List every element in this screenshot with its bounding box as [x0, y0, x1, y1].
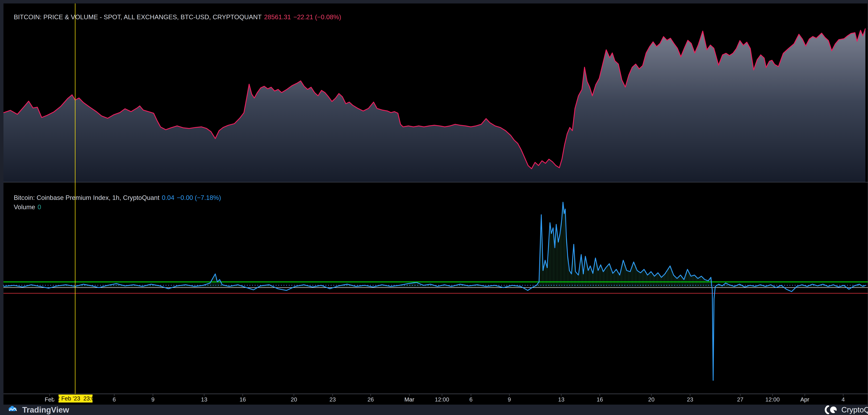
time-axis-tick-label: 16: [597, 396, 603, 403]
volume-label: Volume: [14, 204, 35, 211]
volume-histogram: [3, 202, 865, 288]
tradingview-chart-window: BITCOIN: PRICE & VOLUME - SPOT, ALL EXCH…: [0, 0, 868, 415]
last-price-value: 28561.31: [264, 13, 291, 21]
tradingview-wordmark: TradingView: [22, 405, 69, 414]
time-axis-tick-label: 13: [201, 396, 208, 403]
time-axis-tick-label: Apr: [800, 396, 809, 403]
time-axis-tick-label: 9: [508, 396, 511, 403]
time-axis-tick-label: 27: [737, 396, 744, 403]
cryptoquant-brand-link[interactable]: CryptoQuant: [824, 406, 868, 414]
time-axis-tick-label: 26: [368, 396, 374, 403]
tradingview-logo-icon: [7, 406, 20, 414]
time-axis-tick-label: 9: [151, 396, 155, 403]
price-area-fill: [3, 29, 865, 182]
cryptoquant-wordmark: CryptoQuant: [841, 406, 868, 414]
time-axis-tick-label: Feb: [45, 396, 55, 403]
premium-line-series: [3, 202, 865, 381]
time-axis-tick-label: 16: [240, 396, 246, 403]
time-axis-tick-label: 4: [842, 396, 845, 403]
footer-bar: TradingView CryptoQuant: [0, 405, 868, 415]
time-axis-tick-label: 12:00: [435, 396, 449, 403]
crosshair-time-label: 02 Feb '23 23:00: [59, 394, 93, 403]
time-axis-tick-label: Mar: [404, 396, 414, 403]
time-axis-tick-label: 12:00: [766, 396, 780, 403]
time-axis-tick-label: 23: [330, 396, 336, 403]
volume-legend-row[interactable]: Volume0: [7, 196, 43, 218]
cryptoquant-logo-icon: [824, 406, 839, 414]
price-pane-title: BITCOIN: PRICE & VOLUME - SPOT, ALL EXCH…: [14, 13, 261, 21]
time-axis-tick-label: 6: [113, 396, 116, 403]
price-change-value: −22.21 (−0.08%): [293, 13, 341, 21]
time-axis-tick-label: 6: [469, 396, 472, 403]
price-pane-legend[interactable]: BITCOIN: PRICE & VOLUME - SPOT, ALL EXCH…: [7, 6, 344, 28]
tradingview-brand-link[interactable]: TradingView: [7, 405, 69, 414]
volume-value: 0: [38, 204, 41, 211]
premium-value: 0.04: [162, 194, 174, 201]
premium-change-value: −0.00 (−7.18%): [177, 194, 221, 201]
time-axis-tick-label: 13: [558, 396, 564, 403]
time-axis-tick-label: 20: [648, 396, 655, 403]
time-axis-tick-label: 20: [291, 396, 297, 403]
time-axis-tick-label: 23: [687, 396, 693, 403]
